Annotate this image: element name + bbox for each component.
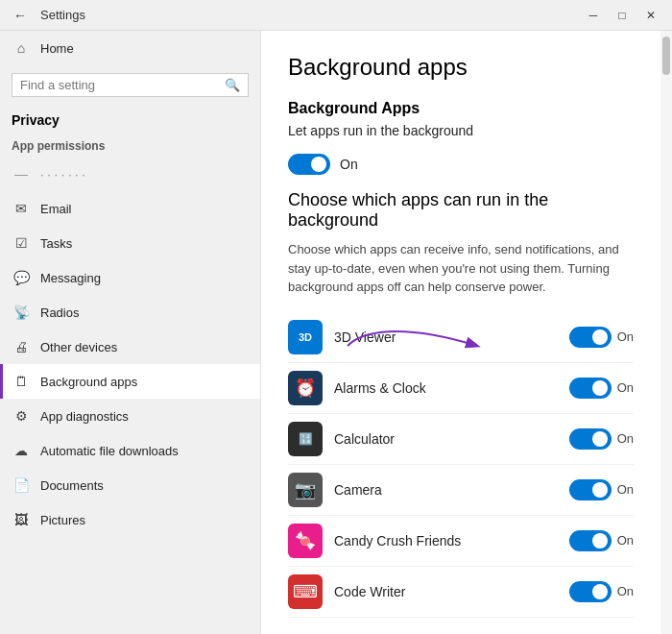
messaging-icon: 💬 xyxy=(12,268,31,287)
alarms-clock-name: Alarms & Clock xyxy=(334,380,558,396)
code-writer-toggle-label: On xyxy=(617,584,634,598)
maximize-button[interactable]: □ xyxy=(609,4,636,27)
scrollbar-thumb xyxy=(662,37,670,75)
camera-toggle-thumb xyxy=(592,482,608,498)
page-title: Background apps xyxy=(288,54,634,81)
sidebar-item-home[interactable]: ⌂ Home xyxy=(0,31,260,65)
app-diagnostics-icon: ⚙ xyxy=(12,406,31,426)
app-item-camera: 📷 Camera On xyxy=(288,465,634,516)
titlebar-title: Settings xyxy=(40,8,85,22)
documents-label: Documents xyxy=(40,478,104,493)
let-apps-run-row: Let apps run in the background xyxy=(288,123,634,138)
email-icon: ✉ xyxy=(12,199,31,218)
radios-icon: 📡 xyxy=(12,303,31,322)
sidebar-home-label: Home xyxy=(40,41,74,56)
background-apps-label: Background apps xyxy=(40,375,137,389)
sidebar: ⌂ Home 🔍 Privacy App permissions — · · ·… xyxy=(0,31,261,634)
app-item-code-writer: ⌨ Code Writer On xyxy=(288,567,634,618)
search-icon: 🔍 xyxy=(225,78,240,92)
main-toggle-row: On xyxy=(288,154,634,175)
tasks-label: Tasks xyxy=(40,236,72,251)
candy-crush-toggle-area: On xyxy=(569,530,634,551)
candy-crush-toggle[interactable] xyxy=(569,530,612,551)
3d-viewer-toggle-label: On xyxy=(617,329,634,344)
background-apps-icon: 🗒 xyxy=(12,372,31,391)
calculator-toggle-label: On xyxy=(617,431,634,446)
other-devices-icon: 🖨 xyxy=(12,337,31,356)
candy-crush-toggle-thumb xyxy=(592,533,608,549)
home-icon: ⌂ xyxy=(12,38,31,58)
tasks-icon: ☑ xyxy=(12,233,31,253)
alarms-clock-toggle[interactable] xyxy=(569,378,612,399)
camera-icon: 📷 xyxy=(288,473,323,507)
alarms-clock-icon: ⏰ xyxy=(288,371,323,405)
sidebar-item-partial[interactable]: — · · · · · · · xyxy=(0,157,260,191)
camera-toggle[interactable] xyxy=(569,479,612,500)
code-writer-toggle[interactable] xyxy=(569,581,612,602)
partial-icon: — xyxy=(12,164,31,183)
sidebar-item-messaging[interactable]: 💬 Messaging xyxy=(0,260,260,295)
code-writer-icon: ⌨ xyxy=(288,574,323,609)
radios-label: Radios xyxy=(40,305,79,320)
pictures-icon: 🖼 xyxy=(12,510,31,529)
sidebar-item-pictures[interactable]: 🖼 Pictures xyxy=(0,502,260,537)
sidebar-item-email[interactable]: ✉ Email xyxy=(0,191,260,226)
sidebar-search-container: 🔍 xyxy=(12,73,249,97)
code-writer-name: Code Writer xyxy=(334,584,558,599)
3d-viewer-toggle-area: On xyxy=(569,327,634,348)
minimize-button[interactable]: ─ xyxy=(580,4,607,27)
sidebar-item-radios[interactable]: 📡 Radios xyxy=(0,295,260,329)
candy-crush-name: Candy Crush Friends xyxy=(334,533,558,549)
documents-icon: 📄 xyxy=(12,476,31,495)
auto-downloads-label: Automatic file downloads xyxy=(40,444,179,458)
3d-viewer-icon: 3D xyxy=(288,320,323,354)
background-apps-section-title: Background Apps xyxy=(288,100,634,117)
app-diagnostics-label: App diagnostics xyxy=(40,409,129,424)
main-container: ⌂ Home 🔍 Privacy App permissions — · · ·… xyxy=(0,31,672,634)
partial-label: · · · · · · · xyxy=(40,167,85,182)
code-writer-toggle-thumb xyxy=(592,584,608,599)
email-label: Email xyxy=(40,202,72,216)
3d-viewer-toggle[interactable] xyxy=(569,327,612,348)
privacy-label: Privacy xyxy=(0,105,260,132)
sidebar-item-other-devices[interactable]: 🖨 Other devices xyxy=(0,329,260,364)
toggle-thumb xyxy=(311,157,326,172)
content-area: Background apps Background Apps Let apps… xyxy=(261,31,660,634)
search-input[interactable] xyxy=(20,78,219,92)
calculator-toggle-thumb xyxy=(592,431,608,447)
3d-viewer-name: 3D Viewer xyxy=(334,329,558,345)
alarms-clock-toggle-label: On xyxy=(617,380,634,395)
sidebar-item-background-apps[interactable]: 🗒 Background apps xyxy=(0,364,260,399)
app-item-3d-viewer: 3D 3D Viewer On xyxy=(288,312,634,363)
window-controls: ─ □ ✕ xyxy=(580,4,664,27)
sidebar-item-documents[interactable]: 📄 Documents xyxy=(0,468,260,502)
titlebar: ← Settings ─ □ ✕ xyxy=(0,0,672,31)
pictures-label: Pictures xyxy=(40,513,85,527)
back-button[interactable]: ← xyxy=(8,6,33,25)
close-button[interactable]: ✕ xyxy=(637,4,664,27)
messaging-label: Messaging xyxy=(40,271,101,285)
candy-crush-toggle-label: On xyxy=(617,533,634,548)
code-writer-toggle-area: On xyxy=(569,581,634,602)
app-item-candy-crush: 🍬 Candy Crush Friends On xyxy=(288,516,634,567)
content-wrapper: Background apps Background Apps Let apps… xyxy=(261,31,672,634)
alarms-clock-toggle-area: On xyxy=(569,378,634,399)
sidebar-item-app-diagnostics[interactable]: ⚙ App diagnostics xyxy=(0,399,260,433)
sidebar-item-tasks[interactable]: ☑ Tasks xyxy=(0,226,260,260)
titlebar-left: ← Settings xyxy=(8,6,85,25)
content-scrollbar[interactable] xyxy=(660,31,672,634)
sidebar-item-auto-file-downloads[interactable]: ☁ Automatic file downloads xyxy=(0,433,260,468)
other-devices-label: Other devices xyxy=(40,340,117,354)
app-item-calculator: 🔢 Calculator On xyxy=(288,414,634,465)
camera-toggle-area: On xyxy=(569,479,634,500)
calculator-icon: 🔢 xyxy=(288,422,323,456)
app-item-alarms-clock: ⏰ Alarms & Clock On xyxy=(288,363,634,414)
choose-section-title: Choose which apps can run in the backgro… xyxy=(288,190,634,231)
sidebar-scroll-area: ✉ Email ☑ Tasks 💬 Messaging 📡 Radios 🖨 O… xyxy=(0,191,260,634)
auto-downloads-icon: ☁ xyxy=(12,441,31,460)
let-apps-run-label: Let apps run in the background xyxy=(288,123,473,138)
background-apps-main-toggle[interactable] xyxy=(288,154,330,175)
camera-name: Camera xyxy=(334,482,558,498)
camera-toggle-label: On xyxy=(617,482,634,497)
calculator-toggle[interactable] xyxy=(569,428,612,450)
